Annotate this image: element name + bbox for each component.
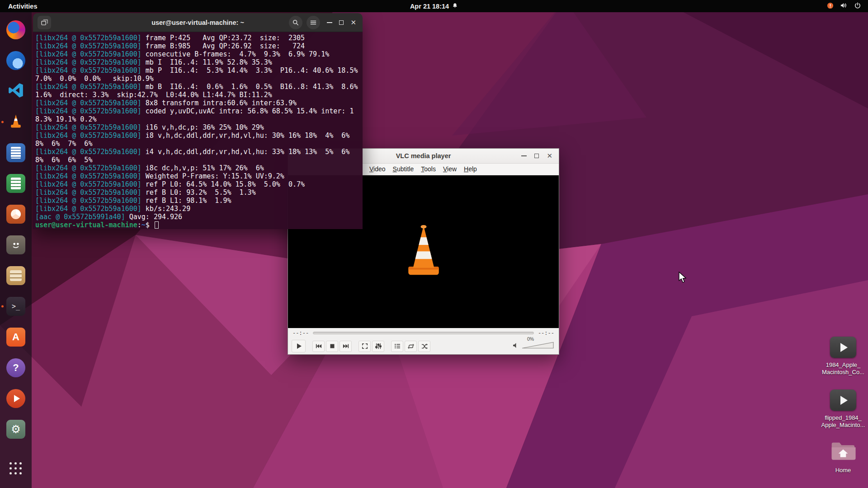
terminal-line: [libx264 @ 0x5572b59a1600] consecutive B… bbox=[35, 50, 362, 58]
search-button[interactable] bbox=[289, 16, 302, 29]
dock-item-settings[interactable]: ⚙ bbox=[5, 419, 26, 440]
menu-video[interactable]: Video bbox=[366, 165, 389, 173]
dock-item-terminal[interactable]: >_ bbox=[5, 296, 26, 317]
close-button[interactable]: ✕ bbox=[547, 152, 552, 159]
mouse-cursor bbox=[678, 272, 688, 285]
dock-item-vlc[interactable] bbox=[5, 112, 26, 132]
terminal-window: user@user-virtual-machine: ~ ✕ [libx264 … bbox=[33, 13, 363, 229]
power-icon bbox=[854, 2, 861, 10]
menu-view[interactable]: View bbox=[439, 165, 460, 173]
media-player-icon bbox=[6, 389, 25, 408]
terminal-cursor bbox=[155, 221, 159, 229]
terminal-line: [libx264 @ 0x5572b59a1600] i8 v,h,dc,ddl… bbox=[35, 131, 362, 148]
settings-gear-icon: ⚙ bbox=[6, 420, 25, 439]
clock[interactable]: Apr 21 18:14 bbox=[410, 3, 458, 10]
show-applications-button[interactable] bbox=[5, 458, 26, 479]
terminal-line: [libx264 @ 0x5572b59a1600] ref P L0: 64.… bbox=[35, 180, 362, 188]
files-icon bbox=[6, 266, 25, 285]
terminal-line: [libx264 @ 0x5572b59a1600] kb/s:243.29 bbox=[35, 205, 362, 213]
elapsed-time: --:-- bbox=[292, 330, 309, 336]
terminal-line: [libx264 @ 0x5572b59a1600] mb I I16..4: … bbox=[35, 58, 362, 66]
terminal-line: [libx264 @ 0x5572b59a1600] Weighted P-Fr… bbox=[35, 172, 362, 180]
vlc-cone-logo bbox=[400, 223, 447, 280]
terminal-output[interactable]: [libx264 @ 0x5572b59a1600] frame P:425 A… bbox=[33, 32, 363, 229]
home-folder-icon bbox=[830, 441, 856, 463]
desktop-icon-video-1[interactable]: 1984_Apple_Macintosh_Co... bbox=[819, 337, 867, 376]
activities-button[interactable]: Activities bbox=[0, 3, 45, 10]
new-terminal-button[interactable] bbox=[38, 16, 51, 29]
update-notification-icon bbox=[827, 2, 834, 10]
dock-item-firefox[interactable] bbox=[5, 19, 26, 40]
menu-help[interactable]: Help bbox=[460, 165, 481, 173]
playlist-button[interactable] bbox=[391, 341, 403, 352]
dock-item-files[interactable] bbox=[5, 265, 26, 286]
close-button[interactable]: ✕ bbox=[350, 19, 356, 26]
extended-settings-button[interactable] bbox=[372, 341, 384, 352]
next-button[interactable] bbox=[340, 341, 352, 352]
minimize-button[interactable] bbox=[327, 22, 332, 23]
volume-icon bbox=[840, 2, 848, 10]
video-thumbnail-icon bbox=[830, 337, 856, 358]
clock-label: Apr 21 18:14 bbox=[410, 3, 449, 10]
volume-control[interactable]: 0% bbox=[513, 342, 555, 351]
total-time: --:-- bbox=[538, 330, 554, 336]
gimp-icon bbox=[6, 235, 25, 254]
volume-percentage: 0% bbox=[527, 336, 534, 342]
dock-item-vscode[interactable] bbox=[5, 81, 26, 102]
dock-item-thunderbird[interactable] bbox=[5, 50, 26, 71]
menu-tools[interactable]: Tools bbox=[417, 165, 439, 173]
terminal-titlebar[interactable]: user@user-virtual-machine: ~ ✕ bbox=[33, 13, 363, 32]
maximize-button[interactable] bbox=[534, 154, 539, 158]
terminal-line: [libx264 @ 0x5572b59a1600] i8c dc,h,v,p:… bbox=[35, 164, 362, 172]
terminal-line: [libx264 @ 0x5572b59a1600] ref B L0: 93.… bbox=[35, 188, 362, 197]
desktop-icon-label: flipped_1984_Apple_Macinto... bbox=[821, 414, 865, 429]
thunderbird-icon bbox=[6, 51, 25, 70]
desktop-icon-home[interactable]: Home bbox=[819, 441, 867, 474]
terminal-line: [libx264 @ 0x5572b59a1600] frame P:425 A… bbox=[35, 34, 362, 42]
help-icon: ? bbox=[6, 358, 25, 377]
terminal-line: [libx264 @ 0x5572b59a1600] i16 v,h,dc,p:… bbox=[35, 123, 362, 131]
dock-item-help[interactable]: ? bbox=[5, 357, 26, 378]
minimize-button[interactable] bbox=[521, 155, 527, 156]
volume-slider[interactable] bbox=[522, 342, 554, 351]
terminal-line: [libx264 @ 0x5572b59a1600] ref B L1: 98.… bbox=[35, 197, 362, 205]
menu-button[interactable] bbox=[307, 16, 320, 29]
top-bar: Activities Apr 21 18:14 bbox=[0, 0, 868, 12]
vlc-controls-bar: 0% bbox=[288, 338, 559, 354]
dock-item-media-player[interactable] bbox=[5, 388, 26, 409]
dock-item-gimp[interactable] bbox=[5, 235, 26, 255]
maximize-button[interactable] bbox=[339, 20, 344, 25]
video-thumbnail-icon bbox=[830, 389, 856, 411]
fullscreen-button[interactable] bbox=[359, 341, 371, 352]
stop-button[interactable] bbox=[326, 341, 338, 352]
dock-item-ubuntu-software[interactable]: A bbox=[5, 327, 26, 347]
play-button[interactable] bbox=[292, 340, 306, 352]
terminal-line: [libx264 @ 0x5572b59a1600] i4 v,h,dc,ddl… bbox=[35, 148, 362, 164]
terminal-line: [libx264 @ 0x5572b59a1600] 8x8 transform… bbox=[35, 99, 362, 107]
seek-slider[interactable] bbox=[313, 332, 534, 334]
firefox-icon bbox=[6, 20, 25, 39]
dock-item-libreoffice-writer[interactable] bbox=[5, 142, 26, 163]
dock: >_ A ? ⚙ bbox=[0, 12, 32, 488]
system-status-area[interactable] bbox=[827, 2, 868, 10]
vlc-icon bbox=[8, 113, 24, 131]
ubuntu-software-icon: A bbox=[6, 328, 25, 347]
vscode-icon bbox=[7, 82, 24, 101]
loop-button[interactable] bbox=[405, 341, 417, 352]
dock-item-libreoffice-calc[interactable] bbox=[5, 173, 26, 194]
previous-button[interactable] bbox=[312, 341, 325, 352]
speaker-icon bbox=[513, 342, 519, 350]
dock-item-libreoffice-impress[interactable] bbox=[5, 204, 26, 225]
random-button[interactable] bbox=[418, 341, 430, 352]
menu-subtitle[interactable]: Subtitle bbox=[389, 165, 418, 173]
terminal-icon: >_ bbox=[6, 297, 25, 316]
terminal-line: [libx264 @ 0x5572b59a1600] coded y,uvDC,… bbox=[35, 107, 362, 123]
desktop-icon-label: 1984_Apple_Macintosh_Co... bbox=[822, 361, 864, 376]
terminal-line: [aac @ 0x5572b5991a40] Qavg: 294.926 bbox=[35, 213, 362, 221]
terminal-window-title: user@user-virtual-machine: ~ bbox=[151, 19, 244, 26]
vlc-window-title: VLC media player bbox=[396, 152, 451, 160]
notification-bell-icon bbox=[452, 3, 458, 10]
terminal-prompt[interactable]: user@user-virtual-machine:~$ bbox=[35, 221, 362, 229]
terminal-line: [libx264 @ 0x5572b59a1600] mb P I16..4: … bbox=[35, 66, 362, 83]
desktop-icon-video-2[interactable]: flipped_1984_Apple_Macinto... bbox=[819, 389, 867, 429]
